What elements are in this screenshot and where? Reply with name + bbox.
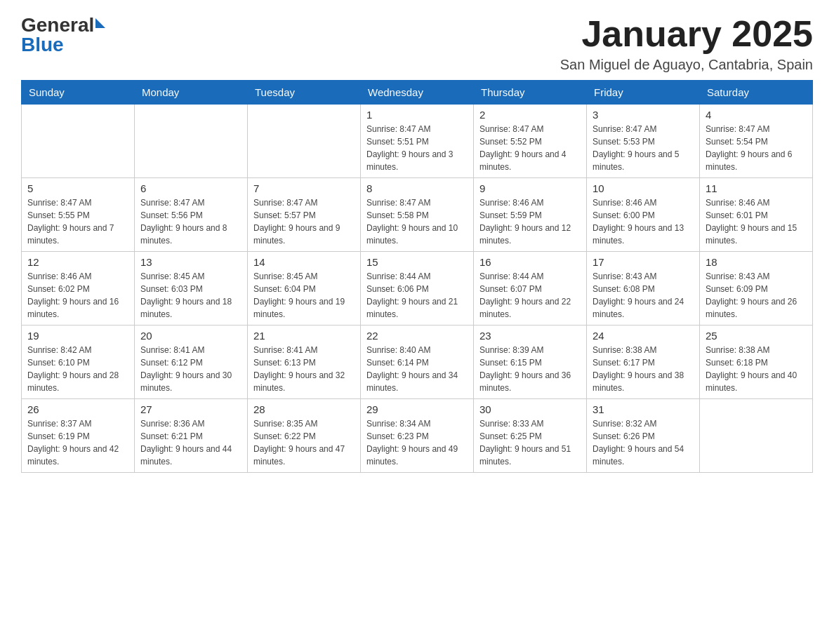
day-number: 18 [706,256,807,268]
day-info: Sunrise: 8:46 AMSunset: 6:02 PMDaylight:… [27,270,128,321]
day-number: 28 [253,403,355,415]
calendar-day-cell: 5Sunrise: 8:47 AMSunset: 5:55 PMDaylight… [22,178,135,252]
day-number: 13 [140,256,241,268]
day-number: 17 [593,256,694,268]
day-number: 6 [140,182,241,194]
calendar-day-cell: 23Sunrise: 8:39 AMSunset: 6:15 PMDayligh… [474,326,587,399]
calendar-day-cell: 12Sunrise: 8:46 AMSunset: 6:02 PMDayligh… [22,252,135,326]
calendar-day-cell: 15Sunrise: 8:44 AMSunset: 6:06 PMDayligh… [361,252,474,326]
day-number: 21 [253,330,355,342]
day-info: Sunrise: 8:46 AMSunset: 5:59 PMDaylight:… [479,196,581,247]
day-info: Sunrise: 8:38 AMSunset: 6:18 PMDaylight:… [706,344,807,394]
calendar-day-cell: 7Sunrise: 8:47 AMSunset: 5:57 PMDaylight… [248,178,361,252]
day-number: 27 [140,403,241,415]
day-info: Sunrise: 8:36 AMSunset: 6:21 PMDaylight:… [140,417,241,468]
day-number: 24 [593,330,694,342]
day-info: Sunrise: 8:45 AMSunset: 6:04 PMDaylight:… [253,270,355,321]
day-number: 22 [366,330,468,342]
day-number: 12 [27,256,128,268]
day-number: 29 [366,403,468,415]
calendar-week-row: 26Sunrise: 8:37 AMSunset: 6:19 PMDayligh… [22,399,813,473]
day-info: Sunrise: 8:47 AMSunset: 5:51 PMDaylight:… [366,123,468,173]
weekday-header-row: SundayMondayTuesdayWednesdayThursdayFrid… [22,81,813,105]
day-info: Sunrise: 8:41 AMSunset: 6:13 PMDaylight:… [253,344,355,394]
calendar-week-row: 12Sunrise: 8:46 AMSunset: 6:02 PMDayligh… [22,252,813,326]
calendar-day-cell: 6Sunrise: 8:47 AMSunset: 5:56 PMDaylight… [135,178,248,252]
day-info: Sunrise: 8:43 AMSunset: 6:09 PMDaylight:… [706,270,807,321]
day-number: 5 [27,182,128,194]
day-info: Sunrise: 8:44 AMSunset: 6:06 PMDaylight:… [366,270,468,321]
logo-arrow-icon [95,18,105,28]
logo: General Blue [21,14,105,56]
calendar-body: 1Sunrise: 8:47 AMSunset: 5:51 PMDaylight… [22,105,813,473]
calendar-day-cell [22,105,135,178]
calendar-day-cell: 2Sunrise: 8:47 AMSunset: 5:52 PMDaylight… [474,105,587,178]
day-number: 4 [706,109,807,121]
day-number: 7 [253,182,355,194]
calendar-day-cell: 28Sunrise: 8:35 AMSunset: 6:22 PMDayligh… [248,399,361,473]
day-number: 2 [479,109,581,121]
day-info: Sunrise: 8:43 AMSunset: 6:08 PMDaylight:… [593,270,694,321]
day-number: 8 [366,182,468,194]
day-number: 23 [479,330,581,342]
day-info: Sunrise: 8:47 AMSunset: 5:57 PMDaylight:… [253,196,355,247]
day-info: Sunrise: 8:47 AMSunset: 5:53 PMDaylight:… [593,123,694,173]
day-number: 16 [479,256,581,268]
day-number: 25 [706,330,807,342]
title-section: January 2025 San Miguel de Aguayo, Canta… [560,14,813,73]
calendar-day-cell: 14Sunrise: 8:45 AMSunset: 6:04 PMDayligh… [248,252,361,326]
calendar-day-cell: 31Sunrise: 8:32 AMSunset: 6:26 PMDayligh… [587,399,700,473]
day-info: Sunrise: 8:47 AMSunset: 5:52 PMDaylight:… [479,123,581,173]
calendar-day-cell: 8Sunrise: 8:47 AMSunset: 5:58 PMDaylight… [361,178,474,252]
calendar-day-cell: 10Sunrise: 8:46 AMSunset: 6:00 PMDayligh… [587,178,700,252]
day-info: Sunrise: 8:46 AMSunset: 6:01 PMDaylight:… [706,196,807,247]
calendar-week-row: 19Sunrise: 8:42 AMSunset: 6:10 PMDayligh… [22,326,813,399]
day-info: Sunrise: 8:45 AMSunset: 6:03 PMDaylight:… [140,270,241,321]
calendar-day-cell: 20Sunrise: 8:41 AMSunset: 6:12 PMDayligh… [135,326,248,399]
calendar-table: SundayMondayTuesdayWednesdayThursdayFrid… [21,80,813,473]
calendar-day-cell: 13Sunrise: 8:45 AMSunset: 6:03 PMDayligh… [135,252,248,326]
day-number: 1 [366,109,468,121]
weekday-header-cell: Tuesday [248,81,361,105]
weekday-header-cell: Monday [135,81,248,105]
calendar-day-cell: 25Sunrise: 8:38 AMSunset: 6:18 PMDayligh… [700,326,813,399]
day-info: Sunrise: 8:39 AMSunset: 6:15 PMDaylight:… [479,344,581,394]
day-number: 26 [27,403,128,415]
day-number: 3 [593,109,694,121]
calendar-day-cell: 27Sunrise: 8:36 AMSunset: 6:21 PMDayligh… [135,399,248,473]
calendar-day-cell: 24Sunrise: 8:38 AMSunset: 6:17 PMDayligh… [587,326,700,399]
calendar-day-cell: 22Sunrise: 8:40 AMSunset: 6:14 PMDayligh… [361,326,474,399]
day-info: Sunrise: 8:35 AMSunset: 6:22 PMDaylight:… [253,417,355,468]
day-info: Sunrise: 8:41 AMSunset: 6:12 PMDaylight:… [140,344,241,394]
calendar-day-cell: 3Sunrise: 8:47 AMSunset: 5:53 PMDaylight… [587,105,700,178]
day-info: Sunrise: 8:37 AMSunset: 6:19 PMDaylight:… [27,417,128,468]
day-info: Sunrise: 8:34 AMSunset: 6:23 PMDaylight:… [366,417,468,468]
calendar-day-cell: 19Sunrise: 8:42 AMSunset: 6:10 PMDayligh… [22,326,135,399]
calendar-day-cell: 29Sunrise: 8:34 AMSunset: 6:23 PMDayligh… [361,399,474,473]
day-number: 20 [140,330,241,342]
day-number: 11 [706,182,807,194]
calendar-day-cell: 30Sunrise: 8:33 AMSunset: 6:25 PMDayligh… [474,399,587,473]
day-info: Sunrise: 8:47 AMSunset: 5:58 PMDaylight:… [366,196,468,247]
day-info: Sunrise: 8:42 AMSunset: 6:10 PMDaylight:… [27,344,128,394]
weekday-header-cell: Friday [587,81,700,105]
day-info: Sunrise: 8:40 AMSunset: 6:14 PMDaylight:… [366,344,468,394]
calendar-day-cell: 16Sunrise: 8:44 AMSunset: 6:07 PMDayligh… [474,252,587,326]
day-number: 14 [253,256,355,268]
calendar-title: January 2025 [560,14,813,54]
calendar-day-cell: 4Sunrise: 8:47 AMSunset: 5:54 PMDaylight… [700,105,813,178]
calendar-day-cell: 17Sunrise: 8:43 AMSunset: 6:08 PMDayligh… [587,252,700,326]
page-header: General Blue January 2025 San Miguel de … [21,14,813,73]
calendar-day-cell: 9Sunrise: 8:46 AMSunset: 5:59 PMDaylight… [474,178,587,252]
calendar-day-cell [700,399,813,473]
calendar-day-cell: 26Sunrise: 8:37 AMSunset: 6:19 PMDayligh… [22,399,135,473]
calendar-day-cell [248,105,361,178]
day-info: Sunrise: 8:33 AMSunset: 6:25 PMDaylight:… [479,417,581,468]
day-number: 15 [366,256,468,268]
day-number: 19 [27,330,128,342]
calendar-week-row: 1Sunrise: 8:47 AMSunset: 5:51 PMDaylight… [22,105,813,178]
calendar-week-row: 5Sunrise: 8:47 AMSunset: 5:55 PMDaylight… [22,178,813,252]
calendar-day-cell: 18Sunrise: 8:43 AMSunset: 6:09 PMDayligh… [700,252,813,326]
weekday-header-cell: Sunday [22,81,135,105]
day-number: 31 [593,403,694,415]
